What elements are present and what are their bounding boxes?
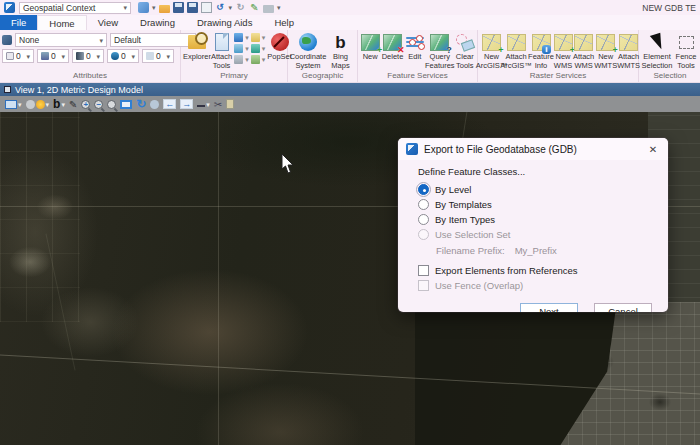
view-attributes-button[interactable]: ▾ (5, 100, 22, 109)
clip-volume-button[interactable]: ✂ (214, 99, 222, 110)
feature-info-button[interactable]: i Feature Info (529, 31, 553, 70)
next-button[interactable]: Next (520, 303, 578, 312)
view-previous-button[interactable]: ← (163, 99, 176, 109)
bing-maps-button[interactable]: b Bing Maps (326, 31, 355, 70)
view-window-icon[interactable] (4, 86, 11, 93)
radio-by-item-types[interactable]: By Item Types (418, 212, 654, 227)
radio-by-templates[interactable]: By Templates (418, 197, 654, 212)
point-clouds-icon[interactable] (251, 44, 260, 53)
plus-badge-icon: + (498, 46, 503, 55)
copy-view-button[interactable]: ▾ (197, 101, 210, 108)
chevron-down-icon[interactable]: ▾ (262, 45, 266, 52)
chevron-down-icon[interactable]: ▾ (152, 4, 156, 11)
pen-icon[interactable]: ✎ (249, 2, 260, 13)
chevron-down-icon[interactable]: ▾ (262, 34, 266, 41)
window-area-button[interactable] (107, 100, 116, 109)
zoom-out-icon: − (94, 100, 103, 109)
view-display-style-button[interactable]: ▾ (26, 100, 50, 109)
attach-wms-button[interactable]: Attach WMS (573, 31, 594, 70)
active-lineweight-dropdown[interactable]: 0▾ (72, 49, 104, 63)
element-selection-icon (649, 33, 664, 52)
view-title: View 1, 2D Metric Design Model (15, 85, 143, 95)
attach-tools-button[interactable]: Attach Tools (211, 31, 232, 70)
view-title-bar[interactable]: View 1, 2D Metric Design Model (0, 83, 700, 96)
zoom-in-icon: + (81, 100, 90, 109)
active-template-dropdown[interactable]: None ▾ (15, 33, 107, 47)
fence-tools-button[interactable]: Fence Tools (673, 31, 699, 70)
compress-icon[interactable] (201, 2, 212, 13)
open-file-icon[interactable] (159, 5, 170, 13)
redo-icon[interactable]: ↻ (235, 2, 246, 13)
dialog-body: Define Feature Classes... By Level By Te… (398, 160, 668, 312)
chevron-down-icon[interactable]: ▾ (229, 4, 233, 11)
auxiliary-coordinates-icon[interactable] (251, 55, 260, 64)
radio-by-level[interactable]: By Level (418, 182, 654, 197)
tab-view[interactable]: View (87, 15, 129, 30)
clip-mask-button[interactable] (226, 99, 234, 109)
chevron-down-icon[interactable]: ▾ (245, 56, 249, 63)
save-settings-icon[interactable] (187, 2, 198, 13)
attach-wmts-button[interactable]: Attach WMTS (617, 31, 640, 70)
feature-new-button[interactable]: + New (360, 31, 380, 62)
settings-icon[interactable] (138, 2, 149, 13)
view-next-button[interactable]: → (180, 99, 193, 109)
pan-view-button[interactable] (150, 100, 159, 109)
checkbox-export-from-references[interactable]: Export Elements from References (418, 263, 654, 278)
clear-tools-button[interactable]: Clear Tools (455, 31, 475, 70)
chevron-down-icon: ▾ (61, 53, 65, 60)
close-icon[interactable]: ✕ (646, 144, 660, 155)
color-icon (6, 52, 14, 60)
level-manager-icon[interactable] (234, 55, 243, 64)
chevron-down-icon[interactable]: ▾ (245, 34, 249, 41)
element-template-icon[interactable] (2, 35, 12, 45)
coordinate-system-button[interactable]: Coordinate System (290, 31, 326, 70)
new-wms-button[interactable]: + New WMS (553, 31, 573, 70)
filename-prefix-label: Filename Prefix: (436, 245, 505, 256)
checkbox-icon[interactable] (418, 265, 429, 276)
chevron-down-icon[interactable]: ▾ (245, 45, 249, 52)
bing-maps-icon: b (335, 34, 345, 51)
document-title: NEW GDB TE (642, 3, 696, 13)
more-commands-icon[interactable]: ▾ (277, 4, 281, 11)
undo-icon[interactable]: ↺ (215, 2, 226, 13)
dialog-title: Export to File Geodatabase (GDB) (424, 144, 577, 155)
tab-file[interactable]: File (0, 15, 37, 30)
raster-manager-icon[interactable] (234, 44, 243, 53)
tab-drawing-aids[interactable]: Drawing Aids (186, 15, 263, 30)
print-icon[interactable] (263, 5, 274, 13)
models-icon[interactable] (234, 33, 243, 42)
filename-prefix-row: Filename Prefix: My_Prefix (436, 244, 654, 257)
tab-help[interactable]: Help (263, 15, 305, 30)
save-icon[interactable] (173, 2, 184, 13)
feature-edit-button[interactable]: Edit (405, 31, 425, 62)
tab-home[interactable]: Home (37, 15, 86, 30)
element-selection-button[interactable]: Element Selection (641, 31, 673, 70)
fit-view-button[interactable] (120, 100, 132, 109)
rotate-view-button[interactable]: ↻ (136, 98, 146, 110)
active-transparency-dropdown[interactable]: 0▾ (142, 49, 174, 63)
references-icon[interactable] (251, 33, 260, 42)
explorer-button[interactable]: Explorer (183, 31, 211, 62)
background-map-button[interactable]: b▾ (53, 98, 65, 110)
query-features-button[interactable]: ? Query Features (425, 31, 455, 70)
radio-icon-selected[interactable] (418, 184, 429, 195)
active-color-dropdown[interactable]: 0▾ (2, 49, 34, 63)
attach-arcgis-button[interactable]: Attach ArcGIS™ (503, 31, 529, 70)
dialog-title-bar[interactable]: Export to File Geodatabase (GDB) ✕ (398, 138, 668, 160)
map-road-vertical (218, 112, 219, 445)
copy-view-icon (197, 105, 205, 107)
adjust-brightness-button[interactable]: ✎ (69, 99, 77, 110)
zoom-in-button[interactable]: + (81, 100, 90, 109)
chevron-down-icon[interactable]: ▾ (262, 56, 266, 63)
radio-icon[interactable] (418, 199, 429, 210)
zoom-out-button[interactable]: − (94, 100, 103, 109)
active-linestyle-dropdown[interactable]: 0▾ (37, 49, 69, 63)
feature-delete-button[interactable]: ✕ Delete (380, 31, 404, 62)
tab-drawing[interactable]: Drawing (129, 15, 186, 30)
attach-arcgis-icon (507, 34, 526, 51)
active-class-dropdown[interactable]: 0▾ (107, 49, 139, 63)
workflow-selector[interactable]: Geospatial Context ▾ (19, 2, 131, 14)
new-wmts-button[interactable]: + New WMTS (594, 31, 617, 70)
cancel-button[interactable]: Cancel (594, 303, 652, 312)
radio-icon[interactable] (418, 214, 429, 225)
